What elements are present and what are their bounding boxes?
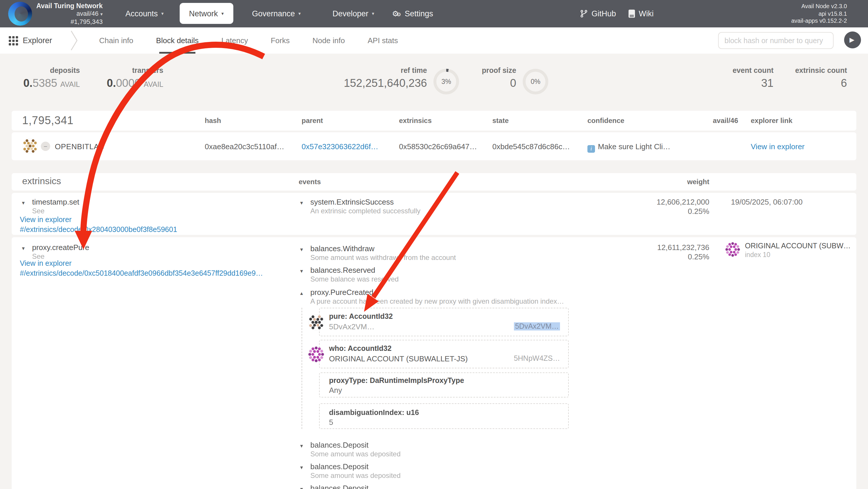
expand-toggle-icon[interactable]: ▼ bbox=[299, 200, 304, 206]
selected-address[interactable]: 5DvAx2VM… bbox=[514, 322, 560, 330]
decode-link[interactable]: #/extrinsics/decode/0xc5018400eafdf3e096… bbox=[20, 269, 263, 278]
event-desc: A pure account has been created by new p… bbox=[310, 297, 564, 305]
view-in-explorer-link[interactable]: View in explorer bbox=[20, 259, 71, 267]
minus-icon[interactable]: − bbox=[41, 142, 50, 151]
event-title: balances.Withdraw bbox=[310, 244, 374, 253]
event-title: balances.Deposit bbox=[310, 484, 368, 489]
gear-icon: ⚙⚙ bbox=[392, 9, 399, 18]
view-in-explorer-link[interactable]: View in explorer bbox=[20, 216, 71, 224]
play-icon: ▶ bbox=[849, 36, 855, 44]
sidebar-item-explorer[interactable]: Explorer bbox=[9, 27, 52, 54]
expand-toggle-icon[interactable]: ▼ bbox=[299, 465, 304, 470]
wiki-link[interactable]: Wiki bbox=[628, 0, 654, 27]
expand-toggle-icon[interactable]: ▼ bbox=[299, 269, 304, 274]
event-title: balances.Deposit bbox=[310, 462, 368, 471]
expand-toggle-icon[interactable]: ▼ bbox=[299, 444, 304, 449]
extrinsic-method: proxy.createPure bbox=[32, 243, 89, 252]
block-table-row: − OPENBITLAB 0xae8ea20c3c5110af… 0x57e32… bbox=[12, 132, 856, 160]
expand-toggle-icon[interactable]: ▼ bbox=[21, 200, 26, 206]
chevron-down-icon: ▾ bbox=[161, 11, 164, 16]
node-version: Avail Node v2.3.0 bbox=[791, 3, 847, 10]
stat-extrinsic-count: extrinsic count 6 bbox=[795, 66, 847, 90]
pure-account-identicon[interactable] bbox=[308, 314, 324, 330]
param-disambiguation-index: disambiguationIndex: u16 5 bbox=[319, 403, 569, 429]
expand-toggle-icon[interactable]: ▼ bbox=[21, 246, 26, 251]
menu-network[interactable]: Network▾ bbox=[180, 3, 233, 24]
info-icon: i bbox=[587, 145, 595, 153]
expand-toggle-icon[interactable]: ▼ bbox=[299, 487, 304, 489]
parent-hash-link[interactable]: 0x57e323063622d6f… bbox=[302, 142, 378, 151]
tab-bar: Explorer Chain info Block details Latenc… bbox=[0, 27, 868, 54]
tab-api-stats[interactable]: API stats bbox=[368, 27, 398, 54]
menu-accounts[interactable]: Accounts▾ bbox=[125, 0, 164, 27]
event-desc: Some balance was reserved bbox=[310, 275, 399, 283]
weight-cell: 12,611,232,736 0.25% bbox=[657, 243, 709, 262]
chevron-down-icon: ▾ bbox=[299, 11, 301, 16]
confidence-cell: iMake sure Light Cli… bbox=[587, 142, 671, 153]
menu-developer[interactable]: Developer▾ bbox=[333, 0, 374, 27]
param-proxytype: proxyType: DaRuntimeImplsProxyType Any bbox=[319, 372, 569, 397]
block-timestamp: 19/05/2025, 06:07:00 bbox=[731, 198, 803, 206]
github-link[interactable]: GitHub bbox=[580, 0, 616, 27]
state-root: 0xbde545c87d6c86c… bbox=[492, 142, 570, 151]
weight-cell: 12,606,212,000 0.25% bbox=[656, 198, 709, 216]
stat-proof-size: proof size 0 bbox=[482, 66, 516, 90]
explorer-tabs: Chain info Block details Latency Forks N… bbox=[99, 27, 398, 54]
event-desc: Some amount was withdrawn from the accou… bbox=[310, 254, 456, 262]
block-number: 1,795,341 bbox=[22, 114, 73, 127]
explorer-page: Avail Turing Network avail/46 ▾ #1,795,3… bbox=[0, 0, 868, 489]
tab-chain-info[interactable]: Chain info bbox=[99, 27, 133, 54]
collapse-toggle-icon[interactable]: ▲ bbox=[299, 291, 304, 296]
signer-cell[interactable]: ORIGINAL ACCOUNT (SUBW… index 10 bbox=[725, 242, 851, 258]
avail-logo-icon[interactable] bbox=[8, 2, 32, 26]
chevron-down-icon: ▾ bbox=[221, 11, 224, 16]
event-title: balances.Deposit bbox=[310, 441, 368, 449]
param-who: who: AccountId32 ORIGINAL ACCOUNT (SUBWA… bbox=[319, 340, 569, 368]
decode-link[interactable]: #/extrinsics/decode/0x280403000be0f3f8e5… bbox=[20, 226, 177, 234]
proof-size-gauge: 0% bbox=[523, 69, 548, 94]
best-block-number: #1,795,343 bbox=[35, 18, 103, 26]
extrinsic-doc: See bbox=[32, 207, 44, 215]
view-in-explorer-link[interactable]: View in explorer bbox=[751, 142, 805, 151]
menu-governance[interactable]: Governance▾ bbox=[252, 0, 301, 27]
network-name: Avail Turing Network bbox=[35, 2, 103, 10]
stat-transfers: transfers 0.0000 AVAIL bbox=[107, 66, 163, 90]
network-info[interactable]: Avail Turing Network avail/46 ▾ #1,795,3… bbox=[35, 2, 103, 26]
who-account-identicon[interactable] bbox=[308, 346, 324, 362]
extrinsic-method: timestamp.set bbox=[32, 198, 79, 206]
expand-toggle-icon[interactable]: ▼ bbox=[299, 247, 304, 252]
event-desc: Some amount was deposited bbox=[310, 450, 401, 458]
event-title: balances.Reserved bbox=[310, 266, 375, 274]
tab-node-info[interactable]: Node info bbox=[312, 27, 345, 54]
block-query-input[interactable] bbox=[718, 32, 834, 49]
event-desc: An extrinsic completed successfully bbox=[310, 207, 421, 215]
block-hash: 0xae8ea20c3c5110af… bbox=[205, 142, 284, 151]
chevron-down-icon: ▾ bbox=[100, 12, 103, 17]
event-title: system.ExtrinsicSuccess bbox=[310, 198, 394, 206]
chevron-down-icon: ▾ bbox=[372, 11, 374, 16]
who-address[interactable]: 5HNpW4ZS… bbox=[514, 354, 560, 362]
menu-settings[interactable]: ⚙⚙ Settings bbox=[392, 0, 433, 27]
api-version: api v15.8.1 bbox=[791, 10, 847, 18]
branch-icon bbox=[580, 9, 588, 18]
extrinsic-row-timestamp-set: ▼ timestamp.set See View in explorer #/e… bbox=[12, 193, 856, 235]
apps-grid-icon bbox=[9, 36, 18, 45]
app-header: Avail Turing Network avail/46 ▾ #1,795,3… bbox=[0, 0, 868, 27]
extrinsic-row-proxy-createpure: ▼ proxy.createPure See View in explorer … bbox=[12, 237, 856, 489]
extrinsics-root: 0x58530c26c69a647… bbox=[399, 142, 477, 151]
validator-identicon[interactable] bbox=[22, 138, 38, 154]
validator-name[interactable]: OPENBITLAB bbox=[55, 142, 104, 151]
query-submit-button[interactable]: ▶ bbox=[844, 31, 861, 48]
event-desc: Some amount was deposited bbox=[310, 471, 401, 480]
event-title: proxy.PureCreated bbox=[310, 288, 373, 297]
event-expansion-guide bbox=[302, 308, 302, 429]
stat-event-count: event count 31 bbox=[733, 66, 774, 90]
breadcrumb-chevron-icon bbox=[70, 30, 78, 53]
signer-identicon bbox=[725, 242, 740, 257]
block-table-header: 1,795,341 hash parent extrinsics state c… bbox=[12, 111, 856, 131]
apps-version: avail-apps v0.152.2-2 bbox=[791, 18, 847, 25]
tab-forks[interactable]: Forks bbox=[271, 27, 290, 54]
version-info: Avail Node v2.3.0 api v15.8.1 avail-apps… bbox=[791, 3, 847, 25]
tab-block-details[interactable]: Block details bbox=[156, 27, 198, 54]
tab-latency[interactable]: Latency bbox=[221, 27, 248, 54]
